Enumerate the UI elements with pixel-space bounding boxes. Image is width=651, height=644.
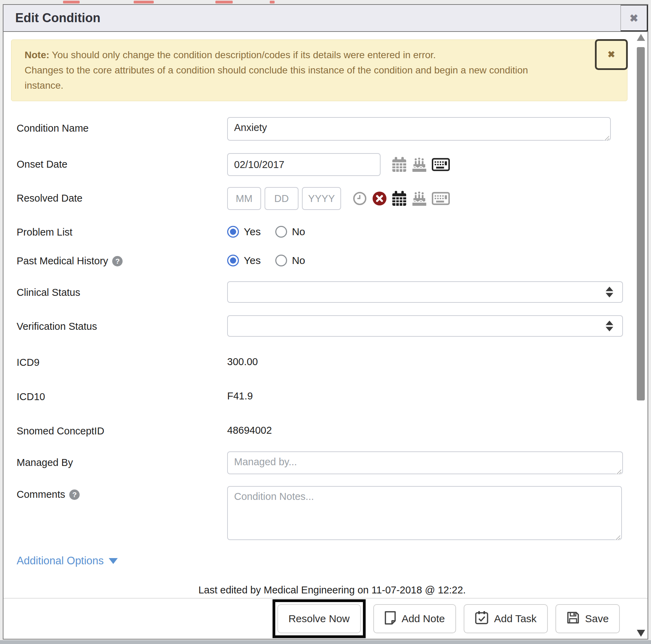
keyboard-entry-icon[interactable] [432, 192, 450, 205]
birthday-cake-icon[interactable] [411, 191, 427, 206]
add-task-label: Add Task [494, 613, 537, 625]
background-page-strip [0, 640, 651, 644]
note-prefix: Note: [25, 50, 50, 60]
radio-label-no: No [292, 255, 305, 266]
icd10-label: ICD10 [17, 390, 227, 403]
background-page-fragment [134, 1, 154, 3]
comments-label: Comments ? [17, 486, 227, 500]
task-calendar-icon [475, 610, 489, 627]
save-floppy-icon [567, 611, 580, 627]
comments-label-text: Comments [17, 489, 65, 500]
edit-condition-dialog: Edit Condition ✖ Note: You should only c… [3, 4, 648, 639]
managed-by-input[interactable] [227, 451, 623, 474]
resolved-month-input[interactable] [227, 187, 261, 210]
calendar-icon[interactable] [392, 191, 407, 206]
close-icon: ✖ [608, 49, 615, 60]
dialog-title: Edit Condition [3, 11, 621, 25]
clinical-status-label: Clinical Status [17, 281, 227, 298]
resolve-now-highlight-frame: Resolve Now [273, 599, 366, 638]
scrollbar-thumb[interactable] [637, 47, 645, 400]
radio-label-yes: Yes [244, 226, 261, 238]
background-page-strip [0, 0, 651, 4]
last-accessed-link[interactable]: Updated at Pathway 02-01-2021 @ 15:02 [279, 598, 465, 598]
help-icon[interactable]: ? [112, 256, 123, 266]
last-accessed-text: Last accessed by Updated at Pathway 02-0… [17, 597, 648, 598]
past-medical-history-no-radio[interactable] [275, 255, 287, 266]
radio-label-no: No [292, 226, 305, 238]
background-page-fragment [63, 1, 80, 3]
help-icon[interactable]: ? [69, 489, 80, 500]
verification-status-select[interactable] [227, 315, 623, 337]
additional-options-link[interactable]: Additional Options [17, 555, 118, 567]
last-edited-text: Last edited by Medical Engineering on 11… [17, 584, 648, 596]
dismiss-note-button[interactable]: ✖ [595, 39, 628, 70]
note-line1: You should only change the condition des… [50, 50, 436, 60]
snomed-conceptid-label: Snomed ConceptID [17, 425, 227, 437]
add-note-label: Add Note [402, 613, 445, 625]
additional-options-label: Additional Options [17, 555, 104, 567]
problem-list-no-radio[interactable] [275, 226, 287, 238]
managed-by-label: Managed By [17, 451, 227, 468]
dialog-scrollbar[interactable] [636, 32, 645, 598]
last-accessed-prefix: Last accessed by [199, 598, 279, 598]
scrollbar-up-arrow-icon[interactable] [637, 34, 645, 41]
onset-date-label: Onset Date [17, 153, 227, 170]
verification-status-label: Verification Status [17, 315, 227, 332]
icd10-value: F41.9 [227, 390, 253, 402]
clinical-status-select[interactable] [227, 281, 623, 303]
resolved-day-input[interactable] [265, 187, 298, 210]
past-medical-history-yes-radio[interactable] [227, 255, 239, 266]
resolved-date-label: Resolved Date [17, 187, 227, 204]
add-note-button[interactable]: Add Note [373, 604, 456, 633]
problem-list-yes-radio[interactable] [227, 226, 239, 238]
resolve-now-label: Resolve Now [288, 613, 350, 625]
keyboard-entry-icon[interactable] [432, 158, 450, 171]
resolved-year-input[interactable] [302, 187, 341, 210]
background-page-fragment [270, 1, 275, 3]
close-icon: ✖ [630, 12, 638, 24]
condition-name-input[interactable]: Anxiety [227, 117, 611, 141]
save-label: Save [585, 613, 609, 625]
problem-list-label: Problem List [17, 226, 227, 238]
onset-date-input[interactable] [227, 153, 381, 176]
icd9-label: ICD9 [17, 356, 227, 368]
icd9-value: 300.00 [227, 356, 258, 368]
resolve-now-button[interactable]: Resolve Now [277, 604, 361, 633]
select-arrows-icon [606, 287, 613, 298]
snomed-conceptid-value: 48694002 [227, 425, 272, 436]
condition-name-label: Condition Name [17, 117, 227, 134]
past-medical-history-label: Past Medical History ? [17, 255, 227, 267]
condition-form: Condition Name Anxiety Onset Date [3, 117, 648, 598]
note-line2: Changes to the core attributes of a cond… [25, 65, 528, 91]
clear-date-icon[interactable] [372, 191, 387, 206]
close-dialog-button[interactable]: ✖ [621, 5, 648, 31]
birthday-cake-icon[interactable] [411, 157, 427, 173]
note-icon [384, 611, 396, 627]
past-medical-history-label-text: Past Medical History [17, 255, 108, 267]
add-task-button[interactable]: Add Task [464, 604, 548, 633]
calendar-icon[interactable] [392, 157, 407, 173]
dialog-body: Note: You should only change the conditi… [3, 32, 648, 598]
save-button[interactable]: Save [555, 604, 620, 633]
select-arrows-icon [606, 321, 613, 332]
dialog-footer: Resolve Now Add Note Add Task Save [3, 598, 648, 639]
chevron-down-icon [109, 558, 118, 564]
dialog-header: Edit Condition ✖ [3, 5, 648, 32]
radio-label-yes: Yes [244, 255, 261, 266]
warning-note-banner: Note: You should only change the conditi… [11, 39, 627, 101]
clock-icon[interactable] [352, 191, 367, 206]
comments-input[interactable] [227, 486, 622, 540]
background-page-fragment [215, 1, 233, 3]
